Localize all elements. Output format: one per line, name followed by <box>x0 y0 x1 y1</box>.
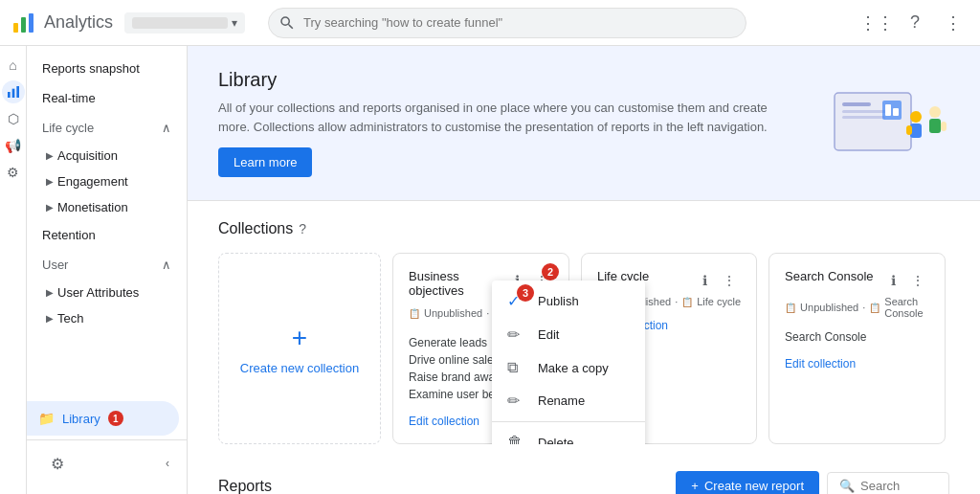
context-menu-copy-label: Make a copy <box>538 361 609 375</box>
nav-lifecycle-chevron-icon: ∧ <box>162 121 171 135</box>
svg-rect-9 <box>842 116 885 119</box>
nav-acquisition-label: Acquisition <box>57 148 118 163</box>
nav-user-label: User <box>42 258 68 272</box>
publish-badge: 3 <box>517 284 534 302</box>
search-console-status-icon: 📋 <box>785 303 796 313</box>
account-selector[interactable]: ▾ <box>124 12 245 34</box>
nav-reports-snapshot[interactable]: Reports snapshot <box>27 54 187 83</box>
banner-illustration <box>815 74 949 172</box>
publish-icon: ✓ 3 <box>507 292 526 310</box>
svg-rect-3 <box>8 92 11 98</box>
context-menu-rename[interactable]: ✏ Rename <box>492 384 645 417</box>
library-description: All of your collections and reports orga… <box>218 99 792 136</box>
nav-library-item[interactable]: 📁 Library 1 <box>27 401 179 436</box>
context-menu-delete-label: Delete <box>538 436 574 445</box>
search-input[interactable] <box>268 8 746 38</box>
nav-tech[interactable]: ▶ Tech <box>27 305 187 331</box>
card-more-button-lifecycle[interactable]: ⋮ <box>718 269 741 292</box>
nav-items: Reports snapshot Real-time Life cycle ∧ … <box>27 54 187 331</box>
reports-controls: + Create new report 🔍 <box>676 471 949 494</box>
sidebar-icons: ⌂ ⬡ 📢 ⚙ <box>0 46 27 494</box>
reports-header: Reports + Create new report 🔍 <box>218 471 949 494</box>
context-menu-publish-label: Publish <box>538 294 579 308</box>
nav-lifecycle-label: Life cycle <box>42 121 94 135</box>
context-menu-delete[interactable]: 🗑 Delete <box>492 426 645 444</box>
nav-acquisition-chevron-icon: ▶ <box>46 150 54 161</box>
context-menu-publish[interactable]: ✓ 3 Publish <box>492 284 645 318</box>
lifecycle-subtitle-icon: 📋 <box>681 297 693 307</box>
svg-rect-4 <box>11 89 14 98</box>
card-subtitle-lifecycle: Life cycle <box>697 296 741 307</box>
card-subtitle-search-console: Search Console <box>884 296 929 319</box>
learn-more-button[interactable]: Learn more <box>218 147 312 177</box>
nav-user-attributes[interactable]: ▶ User Attributes <box>27 280 187 305</box>
help-icon[interactable]: ? <box>900 8 930 38</box>
context-menu-edit-label: Edit <box>538 327 559 342</box>
collections-help-icon[interactable]: ? <box>299 221 306 236</box>
library-banner-text: Library All of your collections and repo… <box>218 69 792 177</box>
nav-monetisation[interactable]: ▶ Monetisation <box>27 194 187 220</box>
collection-card-business-objectives: Business objectives ℹ ⋮ 2 📋 Unpublished <box>392 253 569 444</box>
rename-icon: ✏ <box>507 392 526 410</box>
create-report-button[interactable]: + Create new report <box>676 471 819 494</box>
search-reports-input[interactable] <box>860 479 937 493</box>
sidebar-home-icon[interactable]: ⌂ <box>2 54 25 77</box>
app-title: Analytics <box>44 12 113 33</box>
context-menu-edit[interactable]: ✏ Edit <box>492 318 645 351</box>
card-info-button-search-console[interactable]: ℹ <box>881 269 904 292</box>
nav-monetisation-chevron-icon: ▶ <box>46 202 54 213</box>
nav-footer: ⚙ ‹ <box>27 439 187 486</box>
nav-tech-label: Tech <box>57 311 83 326</box>
card-header-search-console: Search Console ℹ ⋮ <box>785 269 929 292</box>
svg-rect-18 <box>941 122 947 131</box>
settings-button[interactable]: ⚙ <box>42 448 73 479</box>
collapse-nav-button[interactable]: ‹ <box>156 452 179 475</box>
topbar: Analytics ▾ ⋮⋮ ? ⋮ <box>0 0 980 46</box>
nav-lifecycle-section[interactable]: Life cycle ∧ <box>27 113 187 143</box>
sidebar-advertising-icon[interactable]: 📢 <box>2 134 25 157</box>
card-info-button-lifecycle[interactable]: ℹ <box>693 269 716 292</box>
card-status-label-business-objectives: Unpublished <box>424 307 482 319</box>
context-menu-make-copy[interactable]: ⧉ Make a copy <box>492 351 645 384</box>
svg-rect-2 <box>29 13 33 33</box>
search-container <box>268 8 746 38</box>
card-status-search-console: 📋 Unpublished · 📋 Search Console <box>785 296 929 319</box>
edit-icon: ✏ <box>507 326 526 344</box>
create-collection-card[interactable]: + Create new collection <box>218 253 381 444</box>
card-more-button-search-console[interactable]: ⋮ <box>906 269 929 292</box>
left-nav: Reports snapshot Real-time Life cycle ∧ … <box>27 46 188 494</box>
nav-library-label: Library <box>62 412 100 426</box>
nav-retention[interactable]: Retention <box>27 220 187 250</box>
card-badge-business-objectives: 2 <box>542 263 559 281</box>
nav-realtime[interactable]: Real-time <box>27 83 187 113</box>
status-dot-icon: 📋 <box>409 308 420 319</box>
topbar-right: ⋮⋮ ? ⋮ <box>861 8 969 38</box>
collections-section-title: Collections ? <box>218 220 949 237</box>
context-menu: ✓ 3 Publish ✏ Edit ⧉ Make a copy <box>492 281 645 444</box>
copy-icon: ⧉ <box>507 359 526 376</box>
collections-title-text: Collections <box>218 220 293 237</box>
nav-user-section[interactable]: User ∧ <box>27 250 187 280</box>
svg-rect-5 <box>16 86 19 98</box>
sidebar-configure-icon[interactable]: ⚙ <box>2 161 25 184</box>
reports-title: Reports <box>218 478 272 495</box>
context-menu-rename-label: Rename <box>538 393 585 408</box>
nav-monetisation-label: Monetisation <box>57 200 128 214</box>
collections-section: Collections ? + Create new collection Bu… <box>188 201 980 463</box>
more-options-icon[interactable]: ⋮ <box>938 8 969 38</box>
sidebar-explore-icon[interactable]: ⬡ <box>2 107 25 130</box>
nav-engagement-label: Engagement <box>57 174 128 189</box>
nav-user-attributes-label: User Attributes <box>57 285 139 300</box>
list-item: Search Console <box>785 328 929 346</box>
nav-engagement[interactable]: ▶ Engagement <box>27 168 187 194</box>
nav-user-attributes-chevron-icon: ▶ <box>46 287 54 298</box>
card-edit-link-search-console[interactable]: Edit collection <box>785 357 929 370</box>
search-reports-icon: 🔍 <box>839 479 855 493</box>
card-actions-search-console: ℹ ⋮ <box>881 269 929 292</box>
svg-rect-0 <box>13 23 18 33</box>
apps-icon[interactable]: ⋮⋮ <box>861 8 892 38</box>
illustration-svg <box>815 74 949 169</box>
create-plus-icon: + <box>292 323 307 353</box>
nav-acquisition[interactable]: ▶ Acquisition <box>27 143 187 168</box>
sidebar-reports-icon[interactable] <box>2 80 25 103</box>
